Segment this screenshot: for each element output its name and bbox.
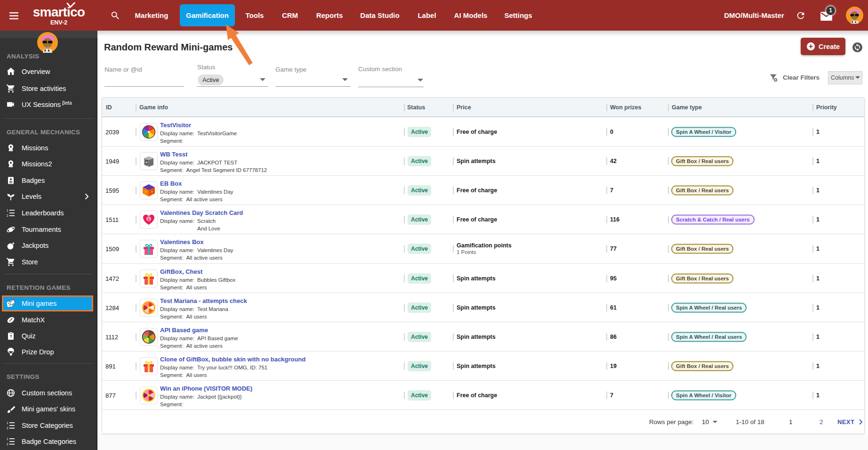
svg-text:?: ? [145,190,146,194]
svg-text:1: 1 [7,421,8,425]
svg-text:1: 1 [7,209,8,212]
svg-text:1: 1 [7,437,8,441]
svg-text:?: ? [9,334,12,339]
svg-text:?: ? [151,190,153,194]
svg-text:2: 2 [7,442,8,445]
svg-text:2: 2 [7,426,8,429]
svg-text:$: $ [147,217,150,221]
svg-text:2: 2 [7,213,8,217]
